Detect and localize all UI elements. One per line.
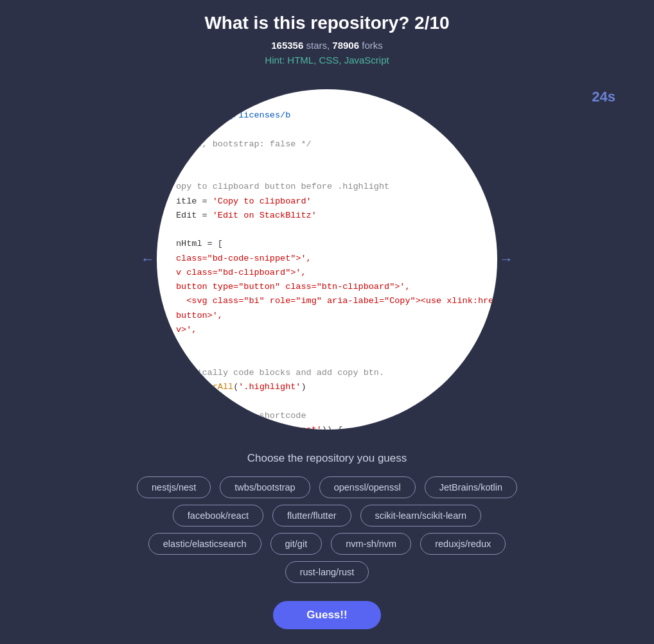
option-jetbrains-kotlin[interactable]: JetBrains/kotlin [425,476,517,498]
option-elastic-elasticsearch[interactable]: elastic/elasticsearch [148,533,261,555]
stars-count: 165356 [271,40,303,51]
options-row-4: rust-lang/rust [285,561,369,583]
stars-label: stars, [306,40,330,51]
options-grid: nestjs/nest twbs/bootstrap openssl/opens… [0,476,654,583]
timer: 24s [592,89,615,105]
forks-label: forks [362,40,383,51]
options-row-2: facebook/react flutter/flutter scikit-le… [173,505,481,527]
hint-label: Hint: [265,55,285,65]
option-facebook-react[interactable]: facebook/react [173,505,263,527]
option-nvm-sh-nvm[interactable]: nvm-sh/nvm [331,533,411,555]
forks-count: 78906 [332,40,359,51]
options-row-3: elastic/elasticsearch git/git nvm-sh/nvm… [148,533,506,555]
option-openssl-openssl[interactable]: openssl/openssl [319,476,416,498]
top-area: What is this repository? 2/10 165356 sta… [0,13,654,73]
option-flutter-flutter[interactable]: flutter/flutter [272,505,351,527]
nav-arrow-right[interactable]: → [493,245,520,274]
option-rust-lang-rust[interactable]: rust-lang/rust [285,561,369,583]
hint-line: Hint: HTML, CSS, JavaScript [265,55,389,65]
option-nestjs-nest[interactable]: nestjs/nest [137,476,211,498]
option-twbs-bootstrap[interactable]: twbs/bootstrap [220,476,310,498]
code-content: commons.org/licenses/b false, bootstrap:… [157,89,497,430]
choose-label: Choose the repository you guess [247,452,407,465]
page-title: What is this repository? 2/10 [204,13,449,33]
code-circle-container: ← commons.org/licenses/b false, bootstra… [134,73,520,446]
option-scikit-learn[interactable]: scikit-learn/scikit-learn [360,505,482,527]
stats-line: 165356 stars, 78906 forks [271,40,383,51]
option-git-git[interactable]: git/git [270,533,323,555]
option-reduxjs-redux[interactable]: reduxjs/redux [420,533,506,555]
code-circle: commons.org/licenses/b false, bootstrap:… [157,89,497,430]
guess-button[interactable]: Guess!! [273,601,380,629]
options-row-1: nestjs/nest twbs/bootstrap openssl/opens… [137,476,517,498]
hint-value: HTML, CSS, JavaScript [287,55,389,65]
